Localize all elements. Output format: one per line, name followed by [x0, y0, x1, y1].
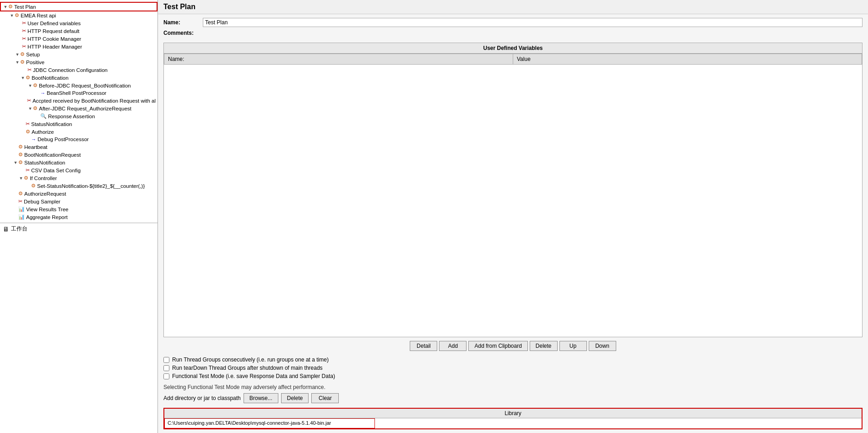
tree-item-http-cookie-manager[interactable]: ✂HTTP Cookie Manager [0, 35, 157, 43]
tree-item-response-assertion[interactable]: 🔍Response Assertion [0, 112, 157, 120]
checkbox-run-teardown[interactable] [163, 365, 169, 371]
workbench-icon: 🖥 [3, 225, 9, 233]
checkboxes-section: Run Thread Groups consecutively (i.e. ru… [158, 355, 868, 383]
tree-label-jdbc-connection: JDBC Connection Configuration [33, 67, 108, 73]
tree-label-response-assertion: Response Assertion [48, 114, 95, 119]
clear-button[interactable]: Clear [311, 393, 339, 403]
tree-label-http-header-manager: HTTP Header Manager [27, 44, 82, 49]
tree-label-authorize-request: AuthorizeRequest [24, 191, 66, 197]
tree-label-emea-rest-api: EMEA Rest api [21, 13, 56, 18]
workbench-label: 工作台 [11, 225, 27, 233]
expand-btn-setup[interactable]: ▼ [15, 52, 20, 57]
tree-item-http-header-manager[interactable]: ✂HTTP Header Manager [0, 43, 157, 50]
tree-item-if-controller[interactable]: ▼⚙If Controller [0, 174, 157, 182]
expand-btn-status-notification2[interactable]: ▼ [13, 160, 18, 165]
library-entry[interactable]: C:\Users\cuiping.yan.DELTA\Desktop\mysql… [164, 418, 375, 428]
add-from-clipboard-button[interactable]: Add from Clipboard [468, 341, 527, 351]
tree-item-status-notification[interactable]: ✂StatusNotification [0, 120, 157, 128]
tree-item-emea-rest-api[interactable]: ▼⚙EMEA Rest api [0, 11, 157, 19]
variables-section: User Defined Variables Name: Value [158, 43, 868, 337]
checkbox-label-2: Run tearDown Thread Groups after shutdow… [172, 365, 323, 371]
tree-item-http-request-default[interactable]: ✂HTTP Request default [0, 27, 157, 35]
browse-button[interactable]: Browse... [244, 393, 278, 403]
expand-btn-test-plan[interactable]: ▼ [3, 4, 8, 10]
tree-label-debug-sampler: Debug Sampler [24, 199, 60, 204]
tree-icon-accpted: ✂ [27, 98, 31, 104]
tree-item-status-notification2[interactable]: ▼⚙StatusNotification [0, 159, 157, 166]
tree-label-view-results-tree: View Results Tree [26, 207, 68, 212]
checkbox-row-1: Run Thread Groups consecutively (i.e. ru… [163, 356, 863, 363]
tree-label-csv-data-set: CSV Data Set Config [31, 168, 81, 173]
tree-icon-heartbeat: ⚙ [18, 144, 23, 150]
tree-item-user-defined-vars[interactable]: ✂User Defined variables [0, 19, 157, 27]
tree-label-authorize: Authorize [32, 129, 54, 135]
tree-icon-beanshell: → [40, 90, 45, 96]
tree-item-after-jdbc[interactable]: ▼⚙After-JDBC Request_AuthorizeRequest [0, 104, 157, 112]
checkbox-label-1: Run Thread Groups consecutively (i.e. ru… [172, 356, 329, 363]
tree-item-boot-notification-req[interactable]: ⚙BootNotificationRequest [0, 151, 157, 159]
form-area: Name: Comments: [158, 14, 868, 43]
tree-item-set-status[interactable]: ⚙Set-StatusNotification-${title2}_${__co… [0, 182, 157, 190]
library-section: Library C:\Users\cuiping.yan.DELTA\Deskt… [158, 408, 868, 433]
right-panel: Test Plan Name: Comments: User Defined V… [158, 0, 868, 433]
tree-item-view-results-tree[interactable]: 📊View Results Tree [0, 205, 157, 213]
tree-label-beanshell: BeanShell PostProcessor [47, 90, 106, 96]
tree-item-debug-sampler[interactable]: ✂Debug Sampler [0, 197, 157, 205]
tree-label-setup: Setup [26, 52, 40, 57]
tree-item-before-jdbc[interactable]: ▼⚙Before-JDBC Request_BootNotification [0, 82, 157, 89]
comments-label: Comments: [163, 30, 200, 36]
tree-icon-emea-rest-api: ⚙ [15, 12, 19, 18]
tree-item-authorize[interactable]: ⚙Authorize [0, 128, 157, 136]
classpath-label: Add directory or jar to classpath [163, 395, 241, 401]
library-table-container: Library C:\Users\cuiping.yan.DELTA\Deskt… [163, 408, 863, 429]
checkbox-row-2: Run tearDown Thread Groups after shutdow… [163, 365, 863, 371]
add-button[interactable]: Add [439, 341, 467, 351]
classpath-delete-button[interactable]: Delete [281, 393, 309, 403]
tree-icon-status-notification: ✂ [26, 121, 30, 127]
tree-icon-if-controller: ⚙ [24, 175, 28, 181]
comments-row: Comments: [163, 30, 863, 36]
tree-item-accpted[interactable]: ✂Accpted received by BootNotification Re… [0, 97, 157, 104]
tree-label-http-request-default: HTTP Request default [27, 28, 80, 34]
tree-icon-setup: ⚙ [20, 51, 25, 57]
tree-item-boot-notification[interactable]: ▼⚙BootNotification [0, 74, 157, 82]
checkbox-label-3: Functional Test Mode (i.e. save Response… [172, 373, 335, 379]
tree-icon-aggregate-report: 📊 [18, 214, 25, 220]
down-button[interactable]: Down [589, 341, 616, 351]
tree-item-debug-postprocessor[interactable]: →Debug PostProcessor [0, 136, 157, 143]
tree-item-authorize-request[interactable]: ⚙AuthorizeRequest [0, 190, 157, 197]
tree-item-jdbc-connection[interactable]: ✂JDBC Connection Configuration [0, 66, 157, 74]
detail-button[interactable]: Detail [410, 341, 437, 351]
tree-icon-authorize: ⚙ [26, 129, 30, 135]
expand-btn-boot-notification[interactable]: ▼ [20, 75, 26, 81]
tree-item-heartbeat[interactable]: ⚙Heartbeat [0, 143, 157, 151]
tree-icon-view-results-tree: 📊 [18, 206, 25, 212]
tree-item-setup[interactable]: ▼⚙Setup [0, 50, 157, 58]
name-row: Name: [163, 18, 863, 27]
left-panel: ▼⚙Test Plan▼⚙EMEA Rest api✂User Defined … [0, 0, 158, 433]
tree-label-set-status: Set-StatusNotification-${title2}_${__cou… [37, 183, 145, 189]
up-button[interactable]: Up [559, 341, 587, 351]
tree-label-user-defined-vars: User Defined variables [27, 21, 81, 26]
name-input[interactable] [203, 18, 863, 27]
tree-item-csv-data-set[interactable]: ✂CSV Data Set Config [0, 166, 157, 174]
tree-item-test-plan[interactable]: ▼⚙Test Plan [0, 2, 157, 11]
checkbox-run-consecutive[interactable] [163, 357, 169, 363]
workbench-tab[interactable]: 🖥 工作台 [0, 223, 157, 235]
checkbox-functional-test[interactable] [163, 373, 169, 379]
expand-btn-if-controller[interactable]: ▼ [18, 175, 24, 181]
tree-icon-after-jdbc: ⚙ [33, 105, 38, 111]
tree-item-aggregate-report[interactable]: 📊Aggregate Report [0, 213, 157, 221]
delete-button[interactable]: Delete [530, 341, 558, 351]
tree-label-http-cookie-manager: HTTP Cookie Manager [27, 36, 81, 42]
expand-btn-after-jdbc[interactable]: ▼ [27, 106, 33, 111]
expand-btn-before-jdbc[interactable]: ▼ [27, 83, 33, 88]
tree-icon-authorize-request: ⚙ [18, 191, 23, 197]
tree-item-beanshell[interactable]: →BeanShell PostProcessor [0, 89, 157, 97]
expand-btn-positive[interactable]: ▼ [15, 60, 20, 65]
variables-table-container: Name: Value [163, 53, 863, 337]
tree-label-boot-notification: BootNotification [32, 75, 69, 81]
tree-icon-status-notification2: ⚙ [18, 159, 23, 165]
tree-item-positive[interactable]: ▼⚙Positive [0, 58, 157, 66]
expand-btn-emea-rest-api[interactable]: ▼ [9, 13, 15, 18]
